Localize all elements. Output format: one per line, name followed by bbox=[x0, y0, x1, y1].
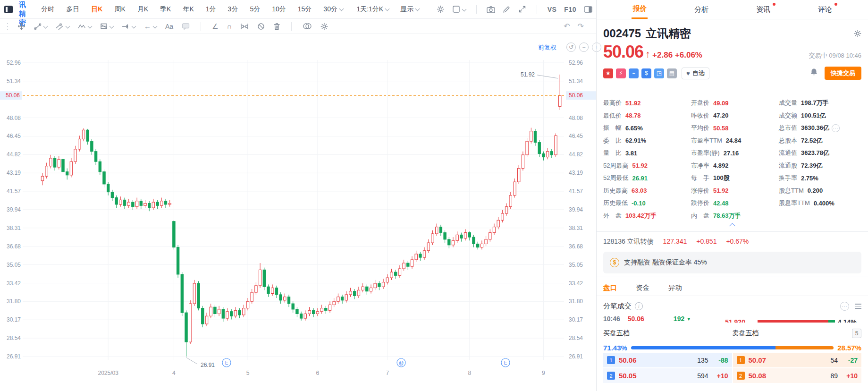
ellipsis-icon[interactable]: ··· bbox=[840, 302, 849, 311]
period-tab-分时[interactable]: 分时 bbox=[41, 5, 54, 14]
period-tab-日K[interactable]: 日K bbox=[91, 5, 102, 14]
bond-change: +0.851 bbox=[696, 238, 716, 245]
quote-field-涨停价: 涨停价51.92 bbox=[691, 187, 779, 195]
panel-tab-评论[interactable]: 评论 bbox=[817, 1, 833, 18]
info-icon[interactable]: i bbox=[635, 302, 643, 310]
sub-tab-异动[interactable]: 异动 bbox=[668, 283, 682, 292]
dollar-badge: $ bbox=[641, 68, 651, 78]
quote-grid-row: 外 盘103.42万手内 盘78.63万手 bbox=[603, 210, 861, 222]
drag-grip-icon[interactable] bbox=[6, 22, 9, 31]
period-tab-月K[interactable]: 月K bbox=[137, 5, 148, 14]
event-marker-E[interactable]: E bbox=[501, 358, 510, 367]
bell-icon[interactable] bbox=[810, 68, 818, 78]
wave-icon[interactable] bbox=[78, 23, 92, 30]
text-icon[interactable]: Aa bbox=[165, 23, 173, 30]
field-label: 成交额 bbox=[779, 111, 797, 120]
depth-row: 150.06135-88150.0754-27 bbox=[603, 353, 861, 367]
vs-button[interactable]: VS bbox=[548, 6, 557, 13]
period-tab-季K[interactable]: 季K bbox=[160, 5, 171, 14]
display-menu[interactable]: 显示 bbox=[400, 5, 419, 14]
field-value: 3623.78亿 bbox=[801, 149, 829, 157]
sub-tab-盘口[interactable]: 盘口 bbox=[603, 283, 617, 292]
field-value: 50.58 bbox=[713, 125, 729, 132]
history-icon[interactable]: ↺ bbox=[566, 42, 576, 52]
window-icon[interactable] bbox=[4, 5, 13, 14]
period-tab-30分[interactable]: 30分 bbox=[323, 5, 343, 14]
svg-text:6: 6 bbox=[316, 370, 320, 376]
panel-tab-报价[interactable]: 报价 bbox=[632, 0, 648, 19]
pencil-icon[interactable] bbox=[503, 5, 511, 13]
f10-button[interactable]: F10 bbox=[564, 6, 576, 13]
svg-text:31.80: 31.80 bbox=[7, 298, 21, 305]
fibonacci-icon[interactable] bbox=[100, 23, 113, 30]
margin-note[interactable]: $ 支持融资 融资保证金率 45% bbox=[603, 252, 861, 273]
trendline-icon[interactable] bbox=[34, 23, 47, 30]
layout-box-icon[interactable] bbox=[452, 5, 466, 13]
levels-badge[interactable]: 5 bbox=[852, 329, 861, 338]
quick-trade-button[interactable]: 快捷交易 bbox=[825, 67, 861, 80]
field-value: 6.65% bbox=[625, 125, 643, 132]
channel-icon[interactable] bbox=[56, 23, 69, 30]
collapse-chevron[interactable] bbox=[603, 224, 861, 228]
event-marker-@[interactable]: @ bbox=[397, 358, 405, 367]
move-icon[interactable] bbox=[17, 22, 25, 30]
bid-level-1[interactable]: 150.06135-88 bbox=[603, 353, 732, 367]
settings-gear-icon[interactable] bbox=[437, 5, 445, 13]
list-icon[interactable] bbox=[855, 302, 861, 310]
compare-circles-icon[interactable] bbox=[303, 23, 312, 30]
period-tab-1分[interactable]: 1分 bbox=[206, 5, 216, 14]
redo-icon[interactable]: ↷ bbox=[578, 22, 584, 31]
watchlist-button[interactable]: ♥自选 bbox=[682, 68, 709, 79]
camera-icon[interactable] bbox=[487, 6, 495, 13]
period-tab-10分[interactable]: 10分 bbox=[272, 5, 286, 14]
field-value: 78.63万手 bbox=[713, 212, 741, 220]
ask-level-1[interactable]: 150.0754-27 bbox=[733, 353, 862, 367]
bid-level-2[interactable]: 250.05594+10 bbox=[603, 368, 732, 383]
field-label: 总股本 bbox=[779, 136, 797, 145]
panel-tab-分析[interactable]: 分析 bbox=[693, 1, 709, 18]
heart-icon: ♥ bbox=[686, 70, 690, 77]
bond-price: 127.341 bbox=[663, 238, 687, 245]
period-tab-年K[interactable]: 年K bbox=[183, 5, 194, 14]
zoom-out-icon[interactable]: − bbox=[579, 42, 589, 52]
angle-icon[interactable]: ∠ bbox=[212, 22, 218, 31]
undo-icon[interactable]: ↶ bbox=[564, 22, 570, 31]
event-marker-E[interactable]: E bbox=[222, 358, 231, 367]
period-tab-多日[interactable]: 多日 bbox=[66, 5, 79, 14]
field-label: 历史最高 bbox=[603, 187, 628, 195]
bid-change: -88 bbox=[708, 357, 728, 364]
hide-drawings-icon[interactable] bbox=[257, 23, 265, 30]
stock-name: 立讯精密 bbox=[646, 26, 691, 41]
measure-icon[interactable] bbox=[122, 23, 135, 30]
convertible-bond-row[interactable]: 128136 立讯转债 127.341 +0.851 +0.67% bbox=[603, 238, 861, 246]
fullscreen-icon[interactable] bbox=[518, 5, 526, 13]
period-tab-周K[interactable]: 周K bbox=[114, 5, 125, 14]
period-tab-15分[interactable]: 15分 bbox=[298, 5, 312, 14]
divider bbox=[291, 22, 292, 31]
period-tab-5分[interactable]: 5分 bbox=[250, 5, 260, 14]
comment-icon[interactable] bbox=[182, 23, 190, 30]
dollar-circle-icon: $ bbox=[610, 258, 619, 267]
link-icon[interactable] bbox=[240, 23, 249, 30]
period-tab-3分[interactable]: 3分 bbox=[228, 5, 238, 14]
delete-icon[interactable] bbox=[273, 23, 280, 30]
tick-price: 50.06 bbox=[628, 313, 644, 323]
arrow-icon[interactable]: ← bbox=[144, 22, 157, 30]
panel-toggle-icon[interactable] bbox=[584, 6, 592, 13]
candlestick-chart[interactable]: 52.9652.9651.3451.3448.0848.0846.4546.45… bbox=[0, 34, 596, 391]
ask-level-2[interactable]: 250.0889+10 bbox=[733, 368, 862, 383]
adjust-mode-button[interactable]: 前复权 bbox=[538, 43, 556, 52]
multi-period-selector[interactable]: 1天:1分K bbox=[356, 5, 389, 14]
svg-text:E: E bbox=[504, 360, 507, 366]
ellipsis-icon[interactable]: ··· bbox=[832, 124, 840, 132]
quote-field-历史最低: 历史最低-0.10 bbox=[603, 199, 691, 207]
panel-tab-资讯[interactable]: 资讯 bbox=[755, 1, 771, 18]
tick-trade-row[interactable]: 10:46 50.06 192 ▼ 51.920 4.14% bbox=[603, 313, 861, 323]
field-label: 52周最高 bbox=[603, 162, 628, 170]
ask-volume: 54 bbox=[830, 357, 838, 364]
sub-tab-资金[interactable]: 资金 bbox=[636, 283, 649, 292]
draw-settings-icon[interactable] bbox=[320, 23, 328, 30]
ask-price: 50.08 bbox=[749, 372, 767, 380]
magnet-icon[interactable]: ∩ bbox=[227, 22, 232, 30]
panel-gear-icon[interactable] bbox=[854, 30, 861, 37]
